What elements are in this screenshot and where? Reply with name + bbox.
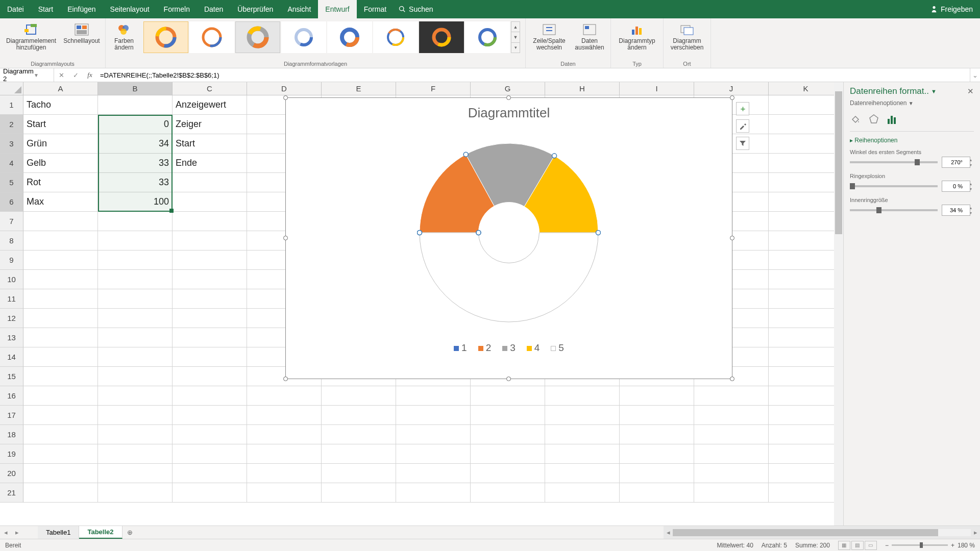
cell-A7[interactable] bbox=[23, 212, 98, 231]
cell-B15[interactable] bbox=[98, 367, 173, 386]
row-head-11[interactable]: 11 bbox=[0, 289, 23, 309]
row-head-17[interactable]: 17 bbox=[0, 406, 23, 425]
change-chart-type-button[interactable]: Diagrammtyp ändern bbox=[614, 19, 660, 56]
cell-A10[interactable] bbox=[23, 270, 98, 289]
select-data-button[interactable]: Daten auswählen bbox=[572, 19, 607, 56]
fx-button[interactable]: fx bbox=[83, 68, 97, 82]
cell-K9[interactable] bbox=[769, 251, 843, 270]
cell-B1[interactable] bbox=[98, 95, 173, 115]
angle-input[interactable] bbox=[942, 157, 970, 168]
cell-A19[interactable] bbox=[23, 444, 98, 464]
style-thumb-8[interactable] bbox=[465, 21, 510, 53]
select-all-corner[interactable] bbox=[0, 82, 23, 95]
tab-ueberpruefen[interactable]: Überprüfen bbox=[230, 0, 280, 18]
share-button[interactable]: Freigeben bbox=[930, 5, 973, 13]
cell-B12[interactable] bbox=[98, 309, 173, 328]
resize-handle[interactable] bbox=[283, 95, 288, 100]
cell-C19[interactable] bbox=[173, 444, 247, 464]
cell-J16[interactable] bbox=[694, 386, 769, 406]
col-head-A[interactable]: A bbox=[23, 82, 98, 95]
cell-C8[interactable] bbox=[173, 231, 247, 251]
expand-formula-bar[interactable]: ⌄ bbox=[970, 68, 980, 82]
row-head-5[interactable]: 5 bbox=[0, 173, 23, 192]
cell-A5[interactable]: Rot bbox=[23, 173, 98, 192]
chart-title[interactable]: Diagrammtitel bbox=[286, 98, 732, 123]
cell-B20[interactable] bbox=[98, 464, 173, 483]
hole-size-input[interactable] bbox=[942, 205, 970, 216]
doughnut-chart[interactable] bbox=[417, 141, 601, 324]
cell-B19[interactable] bbox=[98, 444, 173, 464]
cell-A15[interactable] bbox=[23, 367, 98, 386]
cell-J18[interactable] bbox=[694, 425, 769, 444]
sheet-nav-prev[interactable]: ▸ bbox=[11, 526, 22, 539]
cell-C14[interactable] bbox=[173, 347, 247, 367]
cell-J20[interactable] bbox=[694, 464, 769, 483]
style-thumb-6[interactable] bbox=[373, 21, 418, 53]
row-head-6[interactable]: 6 bbox=[0, 192, 23, 212]
cell-A1[interactable]: Tacho bbox=[23, 95, 98, 115]
row-head-2[interactable]: 2 bbox=[0, 115, 23, 134]
row-head-1[interactable]: 1 bbox=[0, 95, 23, 115]
chart-plot-area[interactable] bbox=[286, 123, 732, 342]
cell-F16[interactable] bbox=[396, 386, 471, 406]
col-head-C[interactable]: C bbox=[173, 82, 247, 95]
cancel-formula-button[interactable]: ✕ bbox=[54, 68, 68, 82]
cell-D18[interactable] bbox=[247, 425, 322, 444]
cell-B18[interactable] bbox=[98, 425, 173, 444]
cell-C3[interactable]: Start bbox=[173, 134, 247, 154]
resize-handle[interactable] bbox=[283, 377, 288, 381]
tab-start[interactable]: Start bbox=[31, 0, 61, 18]
tell-me-search[interactable]: Suchen bbox=[399, 5, 433, 13]
switch-row-col-button[interactable]: Zeile/Spalte wechseln bbox=[529, 19, 570, 56]
cell-K3[interactable] bbox=[769, 134, 843, 154]
cell-H20[interactable] bbox=[545, 464, 620, 483]
tab-entwurf[interactable]: Entwurf bbox=[318, 0, 356, 18]
cell-K2[interactable] bbox=[769, 115, 843, 134]
fill-line-tab[interactable] bbox=[850, 114, 861, 125]
cell-F21[interactable] bbox=[396, 483, 471, 503]
cell-A17[interactable] bbox=[23, 406, 98, 425]
worksheet-area[interactable]: ABCDEFGHIJK 1234567891011121314151617181… bbox=[0, 82, 843, 525]
cell-A6[interactable]: Max bbox=[23, 192, 98, 212]
cell-A20[interactable] bbox=[23, 464, 98, 483]
formula-input[interactable] bbox=[97, 68, 970, 82]
cell-C2[interactable]: Zeiger bbox=[173, 115, 247, 134]
style-thumb-4[interactable] bbox=[281, 21, 326, 53]
cell-K18[interactable] bbox=[769, 425, 843, 444]
cell-F19[interactable] bbox=[396, 444, 471, 464]
cell-D21[interactable] bbox=[247, 483, 322, 503]
row-head-21[interactable]: 21 bbox=[0, 483, 23, 503]
cell-H16[interactable] bbox=[545, 386, 620, 406]
col-head-D[interactable]: D bbox=[247, 82, 322, 95]
explosion-input[interactable] bbox=[942, 181, 970, 192]
cell-C5[interactable] bbox=[173, 173, 247, 192]
explosion-slider[interactable] bbox=[850, 185, 938, 187]
row-head-15[interactable]: 15 bbox=[0, 367, 23, 386]
chart-styles-button[interactable] bbox=[736, 119, 749, 133]
add-sheet-button[interactable]: ⊕ bbox=[122, 526, 138, 539]
cell-K14[interactable] bbox=[769, 347, 843, 367]
cell-K1[interactable] bbox=[769, 95, 843, 115]
row-head-20[interactable]: 20 bbox=[0, 464, 23, 483]
close-pane-button[interactable]: ✕ bbox=[967, 87, 974, 96]
cell-J19[interactable] bbox=[694, 444, 769, 464]
cell-F17[interactable] bbox=[396, 406, 471, 425]
tab-seitenlayout[interactable]: Seitenlayout bbox=[103, 0, 157, 18]
cell-C9[interactable] bbox=[173, 251, 247, 270]
cell-A3[interactable]: Grün bbox=[23, 134, 98, 154]
resize-handle[interactable] bbox=[506, 377, 511, 381]
col-head-G[interactable]: G bbox=[471, 82, 545, 95]
cell-A9[interactable] bbox=[23, 251, 98, 270]
row-head-9[interactable]: 9 bbox=[0, 251, 23, 270]
row-head-14[interactable]: 14 bbox=[0, 347, 23, 367]
cell-C18[interactable] bbox=[173, 425, 247, 444]
legend-item-3[interactable]: 3 bbox=[502, 342, 516, 354]
cell-B4[interactable]: 33 bbox=[98, 154, 173, 173]
resize-handle[interactable] bbox=[730, 377, 734, 381]
chart-object[interactable]: Diagrammtitel 12345 ＋ bbox=[285, 97, 732, 379]
cell-B13[interactable] bbox=[98, 328, 173, 347]
cell-B9[interactable] bbox=[98, 251, 173, 270]
cell-E17[interactable] bbox=[322, 406, 396, 425]
cell-A18[interactable] bbox=[23, 425, 98, 444]
effects-tab[interactable] bbox=[868, 114, 879, 125]
